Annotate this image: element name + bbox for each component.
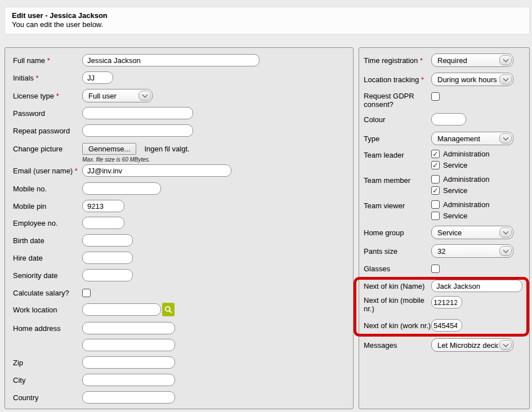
password-input[interactable] — [82, 107, 193, 119]
team-member-row: Team member Administration ✓ Service — [364, 175, 525, 195]
password-row: Password — [13, 107, 345, 119]
location-tracking-select[interactable]: During work hours — [431, 73, 513, 86]
work-location-search-button[interactable] — [162, 303, 175, 316]
team-viewer-administration-checkbox[interactable] — [431, 200, 440, 209]
glasses-checkbox[interactable] — [431, 265, 440, 273]
team-member-administration-label: Administration — [443, 175, 489, 183]
kin-name-row: Next of kin (Name) — [364, 280, 525, 292]
employee-no-input[interactable] — [82, 217, 124, 229]
type-select[interactable]: Management — [431, 132, 513, 145]
team-viewer-label: Team viewer — [364, 200, 431, 210]
team-member-service-checkbox[interactable]: ✓ — [431, 186, 440, 195]
kin-mobile-input[interactable] — [431, 296, 462, 308]
email-field[interactable] — [82, 164, 231, 177]
initials-input[interactable] — [82, 71, 113, 84]
chevron-down-icon — [499, 227, 512, 238]
gdpr-checkbox[interactable] — [431, 92, 440, 101]
user-details-panel: Full name * Initials * License type * Fu… — [5, 47, 354, 409]
home-group-value: Service — [437, 229, 462, 237]
messages-value: Let Microbizz decide — [437, 341, 498, 350]
country-row: Country — [13, 391, 345, 404]
gdpr-label: Request GDPR consent? — [364, 92, 431, 109]
messages-label: Messages — [364, 341, 431, 350]
kin-work-row: Next of kin (work nr.) — [364, 319, 525, 332]
colour-label: Colour — [364, 115, 431, 124]
file-size-note: Max. file size is 60 MBytes. — [82, 156, 190, 163]
team-viewer-service-checkbox[interactable] — [431, 212, 440, 220]
mobile-pin-row: Mobile pin — [13, 200, 345, 212]
file-status-text: Ingen fil valgt. — [144, 145, 189, 153]
license-type-select[interactable]: Full user — [82, 89, 153, 102]
chevron-down-icon — [499, 74, 512, 84]
kin-name-input[interactable] — [431, 280, 522, 292]
home-address-input-1[interactable] — [82, 322, 175, 334]
kin-work-input[interactable] — [431, 319, 462, 332]
team-leader-service: ✓ Service — [431, 161, 489, 169]
hire-date-row: Hire date — [13, 252, 345, 264]
birth-date-input[interactable] — [82, 234, 133, 247]
seniority-date-label: Seniority date — [13, 271, 82, 280]
initials-label: Initials * — [13, 74, 82, 82]
chevron-down-icon — [499, 55, 512, 65]
team-leader-row: Team leader ✓ Administration ✓ Service — [364, 150, 525, 169]
full-name-input[interactable] — [82, 54, 260, 66]
team-viewer-administration: Administration — [431, 200, 489, 209]
hire-date-input[interactable] — [82, 252, 133, 264]
password-label: Password — [13, 109, 82, 118]
employee-no-row: Employee no. — [13, 217, 345, 229]
full-name-row: Full name * — [13, 54, 345, 66]
chevron-down-icon — [499, 246, 512, 256]
home-address-input-2[interactable] — [82, 339, 175, 351]
email-row: Email (user name) * — [13, 164, 345, 177]
calculate-salary-label: Calculate salary? — [13, 289, 82, 297]
colour-input[interactable] — [431, 113, 466, 126]
home-group-row: Home group Service — [364, 226, 525, 239]
country-input[interactable] — [82, 391, 175, 404]
work-location-label: Work location — [13, 306, 82, 314]
team-member-administration: Administration — [431, 175, 489, 183]
page-header: Edit user - Jessica Jackson You can edit… — [5, 7, 530, 34]
city-input[interactable] — [82, 374, 175, 386]
initials-row: Initials * — [13, 71, 345, 84]
home-address-row-2 — [13, 339, 345, 351]
team-leader-administration: ✓ Administration — [431, 150, 489, 158]
mobile-no-row: Mobile no. — [13, 182, 345, 195]
messages-select[interactable]: Let Microbizz decide — [431, 338, 513, 352]
search-icon — [164, 306, 172, 314]
zip-input[interactable] — [82, 356, 175, 369]
time-registration-value: Required — [437, 56, 467, 65]
team-member-label: Team member — [364, 175, 431, 185]
browse-file-button[interactable]: Gennemse... — [82, 143, 136, 155]
chevron-down-icon — [499, 133, 512, 144]
zip-row: Zip — [13, 356, 345, 369]
home-group-select[interactable]: Service — [431, 226, 513, 239]
team-leader-options: ✓ Administration ✓ Service — [431, 150, 489, 169]
calculate-salary-checkbox[interactable] — [82, 289, 91, 297]
team-member-service: ✓ Service — [431, 186, 489, 195]
home-address-label: Home address — [13, 324, 82, 333]
location-tracking-row: Location tracking * During work hours — [364, 73, 525, 86]
team-leader-administration-label: Administration — [443, 150, 489, 158]
colour-row: Colour — [364, 113, 525, 126]
team-member-options: Administration ✓ Service — [431, 175, 489, 195]
team-member-administration-checkbox[interactable] — [431, 175, 440, 183]
work-location-input[interactable] — [82, 303, 161, 316]
kin-work-label: Next of kin (work nr.) — [364, 321, 431, 330]
glasses-label: Glasses — [364, 265, 431, 273]
seniority-date-input[interactable] — [82, 269, 133, 281]
repeat-password-input[interactable] — [82, 124, 193, 137]
pants-size-select[interactable]: 32 — [431, 244, 513, 258]
team-leader-administration-checkbox[interactable]: ✓ — [431, 150, 440, 158]
mobile-no-input[interactable] — [82, 182, 161, 195]
mobile-pin-input[interactable] — [82, 200, 124, 212]
team-leader-service-checkbox[interactable]: ✓ — [431, 161, 440, 169]
team-viewer-administration-label: Administration — [443, 200, 489, 209]
birth-date-label: Birth date — [13, 236, 82, 245]
user-settings-panel: Time registration * Required Location tr… — [359, 47, 530, 409]
kin-name-label: Next of kin (Name) — [364, 282, 431, 290]
team-viewer-row: Team viewer Administration Service — [364, 200, 525, 220]
team-member-service-label: Service — [443, 186, 467, 195]
time-registration-select[interactable]: Required — [431, 53, 513, 67]
type-label: Type — [364, 135, 431, 143]
team-leader-label: Team leader — [364, 150, 431, 159]
